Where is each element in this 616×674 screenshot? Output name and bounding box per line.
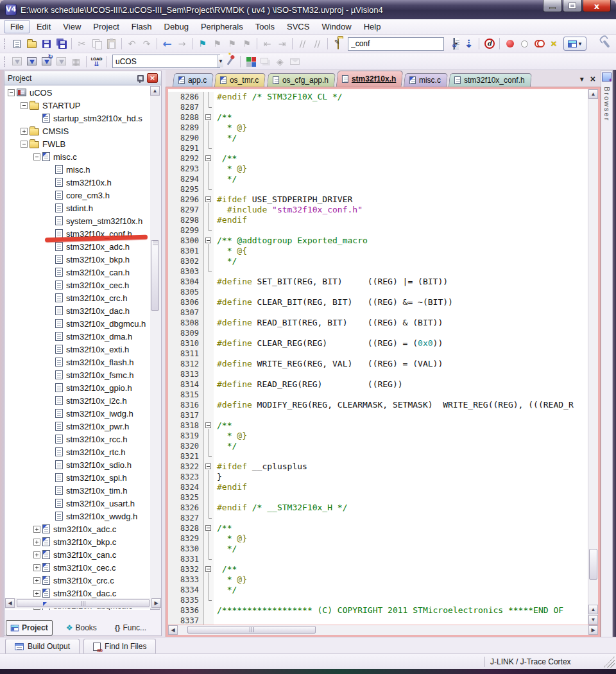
menu-flash[interactable]: Flash — [126, 21, 158, 33]
tree-item-stm32f10x-conf-h[interactable]: stm32f10x_conf.h — [5, 227, 151, 240]
expand-icon[interactable] — [33, 564, 40, 571]
editor-hscroll-thumb[interactable] — [187, 626, 316, 634]
fold-collapse-marker[interactable] — [204, 194, 214, 205]
tree-item-stm32f10x-cec-c[interactable]: stm32f10x_cec.c — [5, 561, 151, 574]
code-line[interactable]: 8337 — [168, 616, 598, 625]
tree-item-stm32f10x-flash-h[interactable]: stm32f10x_flash.h — [5, 356, 151, 368]
tab-os-cfg-app-h[interactable]: os_cfg_app.h — [267, 73, 336, 87]
fold-collapse-marker[interactable] — [204, 153, 214, 164]
nav-back-icon[interactable]: ← — [160, 37, 175, 51]
code-line[interactable]: 8308#define READ_BIT(REG, BIT) ((REG) & … — [168, 318, 598, 328]
tab-stm32f10x-conf-h[interactable]: stm32f10x_conf.h — [449, 73, 532, 87]
incremental-find-icon[interactable]: ⇣ — [461, 37, 476, 51]
browser-side-tab[interactable]: Browser — [601, 70, 613, 637]
expand-icon[interactable] — [33, 539, 40, 546]
download-load-icon[interactable]: LOAD⇊ — [89, 55, 104, 69]
breakpoint-enable-icon[interactable] — [517, 37, 532, 51]
tree-horizontal-scrollbar[interactable]: ◀ ▶ — [5, 598, 161, 609]
paste-icon[interactable] — [104, 37, 119, 51]
code-line[interactable]: 8327 — [168, 513, 598, 523]
tree-item-stm32f10x-usart-h[interactable]: stm32f10x_usart.h — [5, 497, 151, 510]
code-line[interactable]: 8316#define MODIFY_REG(REG, CLEARMASK, S… — [168, 400, 598, 410]
code-line[interactable]: 8305 — [168, 287, 598, 297]
tree-item-stm32f10x-dbgmcu-h[interactable]: stm32f10x_dbgmcu.h — [5, 317, 151, 330]
tree-item-stm32f10x-crc-c[interactable]: stm32f10x_crc.c — [5, 574, 151, 587]
tree-item-fwlb[interactable]: FWLB — [5, 137, 151, 150]
code-line[interactable]: 8318/** — [168, 420, 598, 431]
menu-project[interactable]: Project — [87, 21, 124, 33]
code-line[interactable]: 8332 /** — [168, 564, 598, 575]
tree-item-stm32f10x-can-c[interactable]: stm32f10x_can.c — [5, 548, 151, 561]
batch-build-icon[interactable] — [54, 55, 69, 69]
code-line[interactable]: 8324#endif — [168, 482, 598, 492]
breakpoint-kill-all-icon[interactable] — [547, 37, 561, 51]
tree-item-stm32f10x-gpio-h[interactable]: stm32f10x_gpio.h — [5, 381, 151, 394]
scroll-up-arrow[interactable]: ▲ — [150, 86, 160, 96]
code-line[interactable]: 8289 * @} — [168, 123, 598, 133]
tree-item-startup-stm32f10x-hd-s[interactable]: startup_stm32f10x_hd.s — [5, 112, 151, 125]
panel-tab-books[interactable]: ❖Books — [62, 620, 101, 635]
rebuild-all-icon[interactable] — [39, 55, 54, 69]
menu-help[interactable]: Help — [358, 21, 387, 33]
target-combobox[interactable]: ▼ — [112, 55, 220, 68]
fold-minus-box[interactable] — [205, 238, 211, 243]
fold-minus-box[interactable] — [205, 155, 211, 161]
code-line[interactable]: 8311 — [168, 349, 598, 359]
close-button[interactable]: x — [583, 0, 611, 12]
tab-close-icon[interactable]: × — [590, 74, 595, 84]
tree-item-stm32f10x-bkp-c[interactable]: stm32f10x_bkp.c — [5, 535, 151, 548]
code-line[interactable]: 8310#define CLEAR_REG(REG) ((REG) = (0x0… — [168, 338, 598, 349]
code-line[interactable]: 8336/****************** (C) COPYRIGHT 20… — [168, 605, 598, 616]
code-line[interactable]: 8323} — [168, 472, 598, 482]
code-line[interactable]: 8312#define WRITE_REG(REG, VAL) ((REG) =… — [168, 359, 598, 369]
code-line[interactable]: 8317 — [168, 410, 598, 420]
scroll-left-arrow[interactable]: ◀ — [168, 625, 178, 635]
new-file-icon[interactable] — [10, 37, 24, 51]
code-line[interactable]: 8294 */ — [168, 174, 598, 184]
code-line[interactable]: 8288/** — [168, 112, 598, 123]
tree-item-stm32f10x-tim-h[interactable]: stm32f10x_tim.h — [5, 484, 151, 497]
scroll-down-arrow[interactable]: ▼ — [588, 615, 598, 625]
target-options-wand-icon[interactable] — [223, 55, 237, 69]
collapse-icon[interactable] — [8, 89, 15, 96]
uncomment-icon[interactable]: // — [310, 37, 325, 51]
tree-item-stm32f10x-iwdg-h[interactable]: stm32f10x_iwdg.h — [5, 407, 151, 420]
code-line[interactable]: 8319 * @} — [168, 431, 598, 441]
code-line[interactable]: 8304#define SET_BIT(REG, BIT) ((REG) |= … — [168, 277, 598, 287]
code-line[interactable]: 8333 * @} — [168, 575, 598, 585]
target-combobox-input[interactable] — [113, 56, 218, 67]
collapse-icon[interactable] — [21, 102, 28, 109]
scroll-up-arrow[interactable]: ▲ — [588, 89, 598, 99]
code-line[interactable]: 8326#endif /* __STM32F10x_H */ — [168, 503, 598, 513]
outdent-icon[interactable]: ⇤ — [260, 37, 275, 51]
tree-item-stm32f10x-i2c-h[interactable]: stm32f10x_i2c.h — [5, 394, 151, 407]
lookup-word-icon[interactable]: d — [482, 37, 497, 51]
pin-icon[interactable] — [135, 74, 144, 83]
tree-item-stm32f10x-dac-c[interactable]: stm32f10x_dac.c — [5, 587, 151, 600]
fold-collapse-marker[interactable] — [204, 462, 214, 472]
code-line[interactable]: 8321 — [168, 451, 598, 462]
tree-item-stm32f10x-spi-h[interactable]: stm32f10x_spi.h — [5, 471, 151, 484]
code-line[interactable]: 8314#define READ_REG(REG) ((REG)) — [168, 379, 598, 390]
menu-window[interactable]: Window — [316, 21, 357, 33]
breakpoint-disable-all-icon[interactable] — [532, 37, 547, 51]
fold-collapse-marker[interactable] — [204, 112, 214, 123]
undo-icon[interactable]: ↶ — [124, 37, 139, 51]
code-line[interactable]: 8325 — [168, 492, 598, 503]
fold-collapse-marker[interactable] — [204, 564, 214, 575]
tree-item-stm32f10x-adc-c[interactable]: stm32f10x_adc.c — [5, 523, 151, 535]
tree-item-stdint-h[interactable]: stdint.h — [5, 202, 151, 214]
code-view[interactable]: 8286#endif /* STM32F10X_CL */82878288/**… — [168, 89, 598, 625]
code-line[interactable]: 8331 — [168, 554, 598, 564]
collapse-icon[interactable] — [21, 141, 28, 148]
tree-item-stm32f10x-dma-h[interactable]: stm32f10x_dma.h — [5, 330, 151, 343]
dock-tab-find-in-files[interactable]: Find In Files — [83, 639, 156, 653]
code-line[interactable]: 8298#endif — [168, 215, 598, 225]
code-line[interactable]: 8303 — [168, 266, 598, 277]
fold-minus-box[interactable] — [205, 196, 211, 202]
resize-grip[interactable] — [603, 656, 615, 668]
mail-icon[interactable] — [287, 55, 302, 69]
code-line[interactable]: 8315 — [168, 390, 598, 400]
code-line[interactable]: 8296#ifdef USE_STDPERIPH_DRIVER — [168, 194, 598, 205]
tree-item-system-stm32f10x-h[interactable]: system_stm32f10x.h — [5, 214, 151, 227]
